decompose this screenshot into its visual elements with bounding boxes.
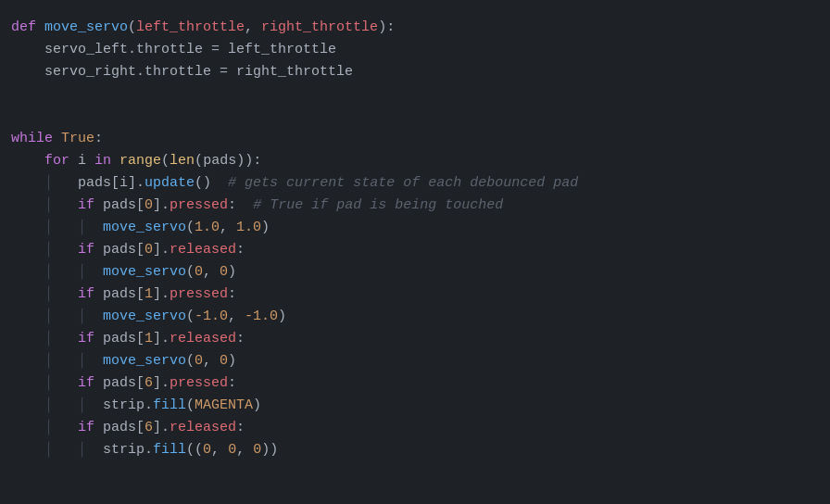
token-plain: throttle (136, 39, 211, 61)
token-plain: ( (186, 306, 195, 328)
token-plain: [ (111, 172, 119, 195)
token-plain: : (236, 328, 245, 350)
indent-guide: │ (11, 328, 78, 350)
token-plain: strip (103, 395, 145, 417)
token-param: right_throttle (261, 17, 378, 39)
code-line: for i in range(len(pads)): (11, 150, 819, 172)
token-cmt: # True if pad is being touched (253, 195, 503, 217)
token-plain: right_throttle (236, 61, 353, 83)
token-attr: pressed (170, 372, 228, 395)
token-plain: ) (278, 306, 286, 328)
token-fn: fill (153, 395, 186, 417)
token-plain: ( (186, 395, 195, 417)
token-plain: : (236, 417, 245, 439)
token-plain: pads (103, 195, 136, 217)
token-fn: move_servo (44, 17, 128, 39)
token-fn: move_servo (103, 350, 186, 372)
token-kw: while (11, 128, 61, 150)
token-num: 1.0 (195, 217, 220, 239)
indent-guide: │ (11, 195, 78, 217)
token-plain: , (245, 17, 261, 39)
token-const: True (61, 128, 94, 150)
token-plain: pads (103, 328, 136, 350)
indent-guide: │ │ (11, 439, 103, 461)
token-plain: pads (103, 372, 136, 395)
code-line: │ if pads[0].released: (11, 239, 819, 261)
token-plain: [ (136, 372, 145, 395)
token-builtin: len (170, 150, 195, 172)
token-plain: , (203, 350, 220, 372)
token-plain: pads (203, 150, 236, 172)
code-line: │ │ move_servo(0, 0) (11, 261, 819, 284)
token-plain: ]. (153, 328, 170, 350)
token-num: 0 (195, 261, 203, 284)
token-plain: . (145, 395, 153, 417)
token-kw: if (78, 284, 103, 306)
token-plain: ( (186, 350, 195, 372)
token-num: 0 (145, 195, 153, 217)
token-kw: if (78, 328, 103, 350)
token-num: 0 (220, 261, 228, 284)
token-kw: if (78, 195, 103, 217)
code-line: servo_right.throttle = right_throttle (11, 61, 819, 83)
token-plain: [ (136, 284, 145, 306)
indent-guide: │ │ (11, 217, 103, 239)
code-line: │ if pads[1].released: (11, 328, 819, 350)
token-num: 1 (145, 328, 153, 350)
token-dot: . (128, 39, 136, 61)
token-kw: if (78, 372, 103, 395)
token-plain: : (94, 128, 103, 150)
token-num: 1 (145, 284, 153, 306)
indent-guide (11, 150, 44, 172)
token-kw: for (44, 150, 78, 172)
token-plain: , (220, 217, 236, 239)
token-plain: , (211, 439, 228, 461)
token-plain: ]. (153, 372, 170, 395)
token-plain: )) (261, 439, 278, 461)
token-num: -1.0 (245, 306, 278, 328)
token-plain: . (145, 439, 153, 461)
code-line: │ │ strip.fill((0, 0, 0)) (11, 439, 819, 461)
token-fn: move_servo (103, 217, 186, 239)
token-plain: ]. (153, 417, 170, 439)
token-plain: [ (136, 195, 145, 217)
token-attr: pressed (170, 284, 228, 306)
token-plain: )): (236, 150, 261, 172)
indent-guide (11, 39, 44, 61)
code-line: │ │ move_servo(1.0, 1.0) (11, 217, 819, 239)
token-attr: released (170, 328, 236, 350)
token-plain: servo_left (44, 39, 128, 61)
code-line: while True: (11, 128, 819, 150)
token-num: 0 (203, 439, 211, 461)
token-num: -1.0 (195, 306, 228, 328)
token-plain: strip (103, 439, 145, 461)
token-plain: i (119, 172, 128, 195)
token-plain: left_throttle (228, 39, 336, 61)
token-const: MAGENTA (195, 395, 253, 417)
token-plain: pads (103, 417, 136, 439)
token-plain: servo_right (44, 61, 136, 83)
token-plain: ( (161, 150, 170, 172)
code-line: def move_servo(left_throttle, right_thro… (11, 17, 819, 39)
token-cmt: # gets current state of each debounced p… (228, 172, 578, 195)
token-plain: , (236, 439, 253, 461)
token-num: 6 (145, 372, 153, 395)
token-plain: ): (378, 17, 395, 39)
code-line: │ if pads[6].pressed: (11, 372, 819, 395)
token-num: 6 (145, 417, 153, 439)
token-plain: (( (186, 439, 203, 461)
token-plain: [ (136, 239, 145, 261)
code-line: │ │ move_servo(-1.0, -1.0) (11, 306, 819, 328)
token-kw: if (78, 239, 103, 261)
token-fn: move_servo (103, 306, 186, 328)
indent-guide: │ │ (11, 395, 103, 417)
token-plain: : (228, 284, 236, 306)
token-plain: ]. (153, 284, 170, 306)
indent-guide: │ │ (11, 350, 103, 372)
code-line (11, 106, 819, 128)
token-plain: ) (253, 395, 261, 417)
token-plain: , (228, 306, 245, 328)
code-line: │ if pads[6].released: (11, 417, 819, 439)
code-line: │ │ strip.fill(MAGENTA) (11, 395, 819, 417)
token-plain: = (211, 39, 228, 61)
